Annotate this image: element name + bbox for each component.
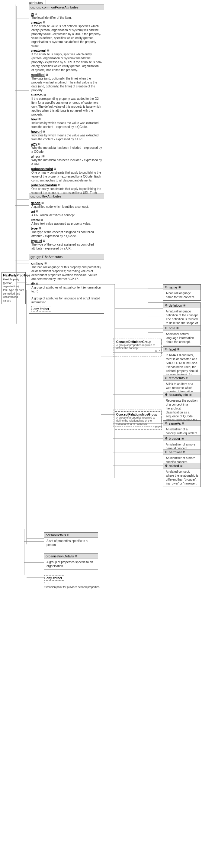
concept-relationships-group-desc: A group of properties required to define… xyxy=(116,416,160,425)
field-custom: custom ⊞ If the corresponding property w… xyxy=(31,93,102,117)
note-title: ⊕ note ⊞ xyxy=(163,326,201,331)
field-literal: literal ⊞ A free-text value assigned as … xyxy=(31,218,102,226)
common-power-attributes-title: grp grp commonPowerAttributes xyxy=(29,5,104,10)
concept-relationships-group-box: ConceptRelationshipsGroup A group of pro… xyxy=(115,411,162,430)
definition-title: ⊕ definition ⊞ xyxy=(163,303,201,308)
field-typeuri: typeuri ⊞ The type of the concept assign… xyxy=(31,239,102,250)
field-pubconstraint: pubconstraint ⊞ One or many constraints … xyxy=(31,167,102,182)
concept-relationships-group-mult: 0...* xyxy=(116,425,160,428)
flex-party-prop-type-box: FlexPartyPropType Flexible party (person… xyxy=(1,272,26,304)
related-title: ⊕ related ⊞ xyxy=(163,463,201,468)
any-other-desc: Extension point for provider-defined pro… xyxy=(44,586,100,589)
remote-info-title: ⊕ remoteInfo ⊞ xyxy=(163,375,201,381)
common-power-attributes-box: grp grp commonPowerAttributes id ⊞ The l… xyxy=(29,4,104,215)
flex-attributes-box: grp grp flexAttributes qcode ⊞ A qualifi… xyxy=(29,193,104,263)
concept-definition-group-desc: A group of properties required to define… xyxy=(116,344,160,350)
diagram-container: attributes xyxy=(0,0,202,868)
i18n-attributes-box: grp grp i18nAttributes xmllang ⊞ The nat… xyxy=(29,254,104,314)
flex-party-prop-type-desc: Flexible party (person, organisation): P… xyxy=(3,278,24,303)
flex-party-prop-type-title: FlexPartyPropType xyxy=(3,274,24,277)
related-box: ⊕ related ⊞ A related concept, where the… xyxy=(163,463,201,487)
flex-attributes-title: grp grp flexAttributes xyxy=(29,194,104,199)
concept-relationships-group-title: ConceptRelationshipsGroup xyxy=(116,413,160,416)
flex-attributes-body: qcode ⊞ A qualified code which identifie… xyxy=(29,199,104,262)
organisation-details-box: organisationDetails ⊞ A group of propert… xyxy=(44,554,98,569)
field-why: why ⊞ Why the metadata has been included… xyxy=(31,142,102,154)
concept-definition-group-title: ConceptDefinitionGroup xyxy=(116,340,160,344)
field-creator: creator ⊞ If the attribute value is not … xyxy=(31,21,102,48)
field-qcode: qcode ⊞ A qualified code which identifie… xyxy=(31,201,102,209)
grp-icon3: grp xyxy=(31,255,35,258)
field-creatoruri: creatoruri ⊞ If the attribute is empty, … xyxy=(31,49,102,72)
hierarchy-info-title: ⊕ hierarchyInfo ⊞ xyxy=(163,392,201,397)
name-box: ⊕ name ⊞ A natural language name for the… xyxy=(163,284,201,301)
field-modified: modified ⊞ The date (and, optionally, th… xyxy=(31,73,102,92)
field-type: type ⊞ The type of the concept assigned … xyxy=(31,226,102,238)
field-uri: uri ⊞ A URI which identifies a concept. xyxy=(31,210,102,217)
name-title: ⊕ name ⊞ xyxy=(163,285,201,290)
field-dir: dir ⊞ A group of attributes of textual c… xyxy=(31,282,102,293)
person-details-box: personDetails ⊞ A set of properties spec… xyxy=(44,532,98,548)
note-box: ⊕ note ⊞ Additional natural language inf… xyxy=(163,325,201,345)
facet-title: ⊕ facet ⊞ xyxy=(163,347,201,352)
grp-icon2: grp xyxy=(31,194,35,198)
field-xmllang: xmllang ⊞ The natural language of this p… xyxy=(31,261,102,281)
organisation-details-title: organisationDetails ⊞ xyxy=(44,554,98,559)
any-other-i18n: any #other xyxy=(31,306,102,312)
any-other-box: any #other 0...* Extension point for pro… xyxy=(44,575,100,589)
same-as-title: ⊕ sameAs ⊞ xyxy=(163,421,201,426)
i18n-attributes-title: grp grp i18nAttributes xyxy=(29,254,104,259)
field-howuri: howuri ⊞ Indicates by which means the va… xyxy=(31,130,102,141)
i18n-attributes-body: xmllang ⊞ The natural language of this p… xyxy=(29,259,104,313)
concept-definition-group-box: ConceptDefinitionGroup A group of proper… xyxy=(115,339,162,354)
concept-definition-group-mult: 0...* xyxy=(116,350,160,353)
broader-title: ⊕ broader ⊞ xyxy=(163,436,201,441)
grp-icon: grp xyxy=(31,5,35,9)
field-whyuri: whyuri ⊞ Why the metadata has been inclu… xyxy=(31,155,102,166)
i18n-footer: A group of attributes for language and s… xyxy=(31,295,102,304)
narrower-title: ⊕ narrower ⊞ xyxy=(163,450,201,455)
field-how: how ⊞ Indicates by which means the value… xyxy=(31,117,102,129)
field-id: id ⊞ The local identifier of the item. xyxy=(31,12,102,20)
person-details-title: personDetails ⊞ xyxy=(44,533,98,538)
common-power-attributes-body: id ⊞ The local identifier of the item. c… xyxy=(29,10,104,215)
any-other-mult: 0...* xyxy=(44,582,100,585)
